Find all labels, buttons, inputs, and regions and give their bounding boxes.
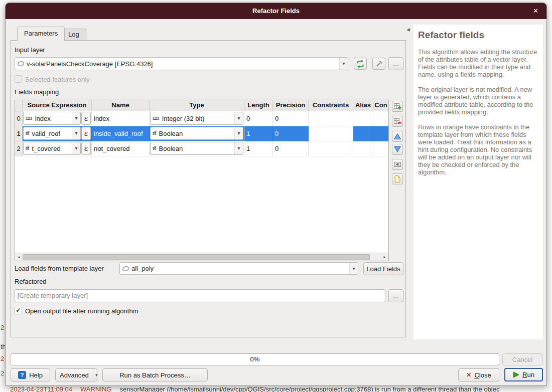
- row-number-header: [15, 100, 23, 111]
- run-label: Run: [522, 371, 534, 378]
- field-name-cell[interactable]: not_covered: [92, 141, 150, 156]
- col-source-expression: Source Expression: [23, 100, 92, 111]
- iterate-over-layer-button[interactable]: [354, 58, 367, 70]
- source-expression-value: index: [33, 115, 72, 122]
- field-type-value: Boolean: [157, 130, 234, 137]
- close-button[interactable]: ✕ Close: [458, 368, 499, 381]
- source-expression-combo[interactable]: 123 index ▾: [23, 112, 81, 125]
- field-type-cell: t/f Boolean ▾: [150, 126, 244, 141]
- col-name: Name: [92, 100, 150, 111]
- row-number-cell[interactable]: 1: [15, 126, 23, 141]
- run-icon: [513, 371, 519, 378]
- col-precision: Precision: [273, 100, 309, 111]
- cancel-button[interactable]: Cancel: [502, 353, 542, 365]
- load-fields-button[interactable]: Load Fields: [363, 262, 403, 275]
- scroll-left-icon[interactable]: ◂: [15, 255, 23, 259]
- ellipsis-icon: …: [393, 292, 399, 300]
- close-icon[interactable]: ✕: [533, 3, 538, 19]
- field-type-value: Boolean: [157, 145, 234, 152]
- help-button[interactable]: ? Help: [11, 368, 50, 381]
- run-as-batch-label: Run as Batch Process…: [119, 371, 191, 379]
- field-name-cell[interactable]: inside_valid_roof: [92, 126, 150, 141]
- arrow-down-icon: [393, 146, 401, 153]
- source-expression-cell: t/f valid_roof ▾ ε: [23, 126, 92, 141]
- field-comment-cell[interactable]: [373, 141, 388, 156]
- scrollbar-thumb[interactable]: [23, 254, 370, 260]
- run-button[interactable]: Run: [504, 368, 543, 381]
- field-length-cell[interactable]: 1: [244, 141, 273, 156]
- field-alias-cell[interactable]: [353, 111, 373, 126]
- tab-log[interactable]: Log: [61, 29, 86, 41]
- advanced-button[interactable]: Advanced ▾: [55, 368, 97, 381]
- field-alias-cell[interactable]: [353, 126, 373, 141]
- chevron-down-icon: ▾: [72, 142, 80, 154]
- vector-layer-icon: [120, 266, 129, 272]
- reset-fields-icon: [393, 161, 401, 168]
- scroll-right-icon[interactable]: ▸: [381, 255, 388, 259]
- field-comment-cell[interactable]: [373, 111, 388, 126]
- output-browse-button[interactable]: …: [388, 289, 403, 302]
- field-name-cell[interactable]: index: [92, 111, 150, 126]
- field-precision-cell[interactable]: 0: [273, 141, 309, 156]
- log-message: sensorManager (/home/ismailsunni/dev/cpp…: [119, 385, 499, 392]
- field-type-combo[interactable]: t/f Boolean ▾: [150, 127, 243, 140]
- source-expression-combo[interactable]: t/f valid_roof ▾: [23, 127, 81, 140]
- expression-builder-button[interactable]: ε: [81, 127, 91, 140]
- field-precision-cell[interactable]: 0: [273, 111, 309, 126]
- field-precision-cell[interactable]: 0: [273, 126, 309, 141]
- advanced-options-button[interactable]: [372, 58, 385, 70]
- integer-type-icon: 123: [24, 116, 33, 121]
- source-expression-cell: t/f t_covered ▾ ε: [23, 141, 92, 156]
- field-length-cell[interactable]: 0: [244, 111, 273, 126]
- horizontal-scrollbar[interactable]: ◂ ▸: [15, 253, 388, 261]
- field-row-0[interactable]: 0 123 index ▾ ε index 123 Integer (32 bi…: [15, 111, 388, 126]
- field-type-combo[interactable]: 123 Integer (32 bit) ▾: [150, 112, 243, 125]
- row-number-cell[interactable]: 0: [15, 111, 23, 126]
- add-field-button[interactable]: [392, 101, 403, 112]
- reset-fields-button[interactable]: [392, 159, 403, 170]
- field-alias-cell[interactable]: [353, 141, 373, 156]
- col-alias: Alias: [353, 100, 373, 111]
- field-length-cell[interactable]: 1: [244, 126, 273, 141]
- field-constraints-cell[interactable]: [309, 126, 353, 141]
- iterate-icon: [355, 60, 365, 68]
- boolean-type-icon: t/f: [24, 131, 30, 136]
- col-comment: Con: [373, 100, 388, 111]
- tab-parameters[interactable]: Parameters: [17, 27, 65, 41]
- input-layer-browse-button[interactable]: …: [388, 57, 403, 70]
- open-output-checkbox[interactable]: ✓: [15, 307, 22, 314]
- field-comment-cell[interactable]: [373, 126, 388, 141]
- help-paragraph: This algorithm allows editing the struct…: [418, 49, 539, 79]
- chevron-down-icon: ▾: [93, 369, 100, 381]
- help-panel-collapse-icon[interactable]: ◀: [406, 27, 410, 32]
- field-row-1[interactable]: 1 t/f valid_roof ▾ ε inside_valid_roof t…: [15, 126, 388, 141]
- input-layer-combo[interactable]: v-solarPanelsCheckCoverage [EPSG:4326] ▾: [15, 57, 348, 70]
- move-field-up-button[interactable]: [392, 131, 403, 142]
- move-field-down-button[interactable]: [392, 144, 403, 155]
- boolean-type-icon: t/f: [151, 131, 157, 136]
- field-constraints-cell[interactable]: [309, 141, 353, 156]
- field-row-2[interactable]: 2 t/f t_covered ▾ ε not_covered t/f Bool…: [15, 141, 388, 156]
- tab-parameters-label: Parameters: [24, 30, 58, 37]
- field-type-combo[interactable]: t/f Boolean ▾: [150, 142, 243, 155]
- vector-layer-icon: [15, 61, 25, 67]
- field-type-value: Integer (32 bit): [160, 115, 234, 122]
- selected-features-checkbox[interactable]: [15, 75, 22, 83]
- row-number-cell[interactable]: 2: [15, 141, 23, 156]
- input-layer-label: Input layer: [15, 46, 45, 54]
- open-file-button[interactable]: [392, 173, 403, 184]
- field-constraints-cell[interactable]: [309, 111, 353, 126]
- help-paragraph: The original layer is not modified. A ne…: [418, 86, 539, 116]
- delete-field-button[interactable]: [392, 116, 403, 127]
- output-path-input[interactable]: [Create temporary layer]: [15, 289, 385, 302]
- output-label: Refactored: [15, 278, 47, 285]
- dialog-titlebar[interactable]: Refactor Fields ✕: [6, 3, 546, 19]
- fields-mapping-label: Fields mapping: [15, 88, 59, 96]
- expression-builder-button[interactable]: ε: [81, 112, 91, 125]
- close-red-x-icon: ✕: [466, 371, 471, 378]
- source-expression-combo[interactable]: t/f t_covered ▾: [23, 142, 81, 155]
- integer-type-icon: 123: [151, 116, 160, 121]
- expression-builder-button[interactable]: ε: [81, 142, 91, 155]
- template-layer-combo[interactable]: all_poly ▾: [119, 262, 358, 275]
- run-as-batch-button[interactable]: Run as Batch Process…: [102, 368, 208, 381]
